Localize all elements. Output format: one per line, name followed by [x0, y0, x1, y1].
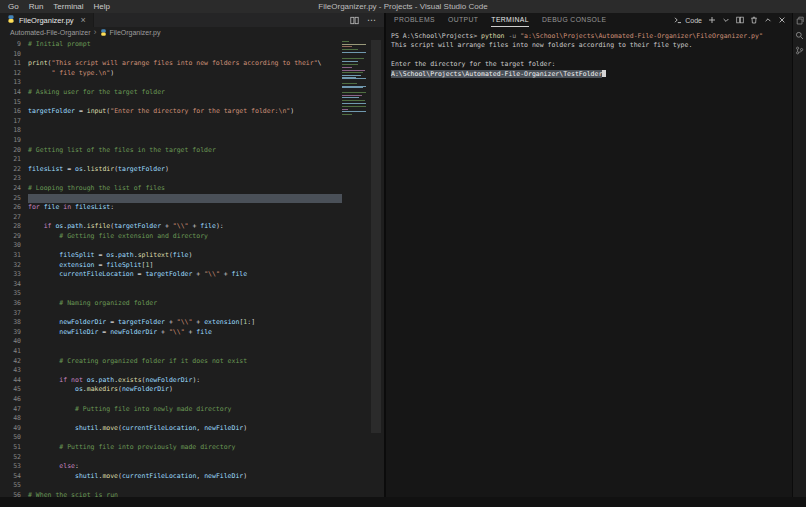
code-line[interactable]: # Putting file into newly made directory: [28, 405, 342, 415]
close-panel-icon[interactable]: [778, 16, 786, 24]
line-number[interactable]: 33: [0, 270, 21, 280]
code-line[interactable]: [28, 481, 342, 491]
code-line[interactable]: " file type.\n"): [28, 69, 342, 79]
split-terminal-icon[interactable]: [736, 16, 744, 24]
code-line[interactable]: # Naming organized folder: [28, 299, 342, 309]
line-number[interactable]: 38: [0, 318, 21, 328]
line-number[interactable]: 11: [0, 59, 21, 69]
code-line[interactable]: os.makedirs(newFolderDir): [28, 385, 342, 395]
menu-go[interactable]: Go: [3, 0, 24, 13]
tab-terminal[interactable]: TERMINAL: [491, 14, 529, 27]
line-number[interactable]: 28: [0, 222, 21, 232]
line-number[interactable]: 48: [0, 414, 21, 424]
tab-fileorganizer[interactable]: FileOrganizer.py ×: [0, 13, 94, 27]
line-number[interactable]: 13: [0, 78, 21, 88]
code-line[interactable]: [28, 309, 342, 319]
line-number[interactable]: 37: [0, 309, 21, 319]
code-line[interactable]: if os.path.isfile(targetFolder + "\\" + …: [28, 222, 342, 232]
code-line[interactable]: [28, 337, 342, 347]
code-line[interactable]: fileSplit = os.path.splitext(file): [28, 251, 342, 261]
code-line[interactable]: # Putting file into previously made dire…: [28, 443, 342, 453]
line-number[interactable]: 46: [0, 395, 21, 405]
code-line[interactable]: newFileDir = newFolderDir + "\\" + file: [28, 328, 342, 338]
line-number[interactable]: 35: [0, 289, 21, 299]
line-number[interactable]: 47: [0, 405, 21, 415]
line-number[interactable]: 56: [0, 491, 21, 497]
terminal-output[interactable]: PS A:\School\Projects> python -u "a:\Sch…: [386, 27, 792, 497]
line-number[interactable]: 44: [0, 376, 21, 386]
line-number[interactable]: 10: [0, 50, 21, 60]
code-line[interactable]: # Looping through the list of files: [28, 184, 342, 194]
code-line[interactable]: for file in filesList:: [28, 203, 342, 213]
code-line[interactable]: [28, 347, 342, 357]
code-line[interactable]: [28, 213, 342, 223]
code-line[interactable]: currentFileLocation = targetFolder + "\\…: [28, 270, 342, 280]
split-editor-icon[interactable]: [350, 16, 359, 25]
code-line[interactable]: # Creating organized folder if it does n…: [28, 357, 342, 367]
line-number[interactable]: 55: [0, 481, 21, 491]
menu-terminal[interactable]: Terminal: [48, 0, 88, 13]
code-line[interactable]: [28, 136, 342, 146]
code-line[interactable]: [28, 433, 342, 443]
menu-run[interactable]: Run: [24, 0, 49, 13]
line-number[interactable]: 41: [0, 347, 21, 357]
source-control-icon[interactable]: [795, 46, 804, 55]
code-line[interactable]: filesList = os.listdir(targetFolder): [28, 165, 342, 175]
line-number[interactable]: 53: [0, 462, 21, 472]
terminal-profile[interactable]: Code: [674, 16, 702, 24]
line-number[interactable]: 24: [0, 184, 21, 194]
code-line[interactable]: [28, 50, 342, 60]
line-number[interactable]: 20: [0, 146, 21, 156]
line-number[interactable]: 9: [0, 40, 21, 50]
code-line[interactable]: # Getting file extension and directory: [28, 232, 342, 242]
search-icon[interactable]: [795, 31, 804, 40]
line-number[interactable]: 19: [0, 136, 21, 146]
code-editor[interactable]: 9101112131415161718192021222324252627282…: [0, 38, 384, 497]
code-line[interactable]: [28, 174, 342, 184]
line-number[interactable]: 21: [0, 155, 21, 165]
line-number[interactable]: 23: [0, 174, 21, 184]
close-tab-icon[interactable]: ×: [81, 16, 86, 25]
code-line[interactable]: [28, 241, 342, 251]
code-line[interactable]: newFolderDir = targetFolder + "\\" + ext…: [28, 318, 342, 328]
line-number[interactable]: 29: [0, 232, 21, 242]
line-number[interactable]: 32: [0, 261, 21, 271]
more-actions-icon[interactable]: ⋯: [367, 16, 376, 25]
maximize-panel-icon[interactable]: [764, 16, 772, 24]
code-line[interactable]: [28, 78, 342, 88]
code-line[interactable]: [28, 280, 342, 290]
new-terminal-button[interactable]: [708, 16, 716, 24]
line-number[interactable]: 34: [0, 280, 21, 290]
tab-output[interactable]: OUTPUT: [448, 14, 478, 27]
code-line[interactable]: [28, 155, 342, 165]
code-line[interactable]: # Getting list of the files in the targe…: [28, 146, 342, 156]
line-number[interactable]: 52: [0, 453, 21, 463]
code-line[interactable]: [28, 453, 342, 463]
line-number[interactable]: 27: [0, 213, 21, 223]
code-line[interactable]: [28, 126, 342, 136]
line-number[interactable]: 39: [0, 328, 21, 338]
code-line[interactable]: extension = fileSplit[1]: [28, 261, 342, 271]
editor-scrollbar[interactable]: [368, 40, 384, 497]
line-number[interactable]: 36: [0, 299, 21, 309]
line-number[interactable]: 54: [0, 472, 21, 482]
line-number[interactable]: 31: [0, 251, 21, 261]
breadcrumb-folder[interactable]: Automated-File-Organizer: [10, 29, 91, 36]
line-number[interactable]: 17: [0, 117, 21, 127]
line-number[interactable]: 42: [0, 357, 21, 367]
code-line[interactable]: print("This script will arrange files in…: [28, 59, 342, 69]
code-line[interactable]: shutil.move(currentFileLocation, newFile…: [28, 424, 342, 434]
line-number[interactable]: 26: [0, 203, 21, 213]
line-number[interactable]: 15: [0, 98, 21, 108]
code-line[interactable]: [28, 414, 342, 424]
code-line[interactable]: [28, 395, 342, 405]
breadcrumb-file[interactable]: FileOrganizer.py: [110, 29, 161, 36]
line-number[interactable]: 30: [0, 241, 21, 251]
line-number[interactable]: 49: [0, 424, 21, 434]
code-line[interactable]: # When the scipt is run: [28, 491, 342, 497]
explorer-icon[interactable]: [795, 16, 804, 25]
code-line[interactable]: [28, 98, 342, 108]
tab-debug-console[interactable]: DEBUG CONSOLE: [542, 14, 607, 27]
line-number[interactable]: 18: [0, 126, 21, 136]
line-number[interactable]: 51: [0, 443, 21, 453]
